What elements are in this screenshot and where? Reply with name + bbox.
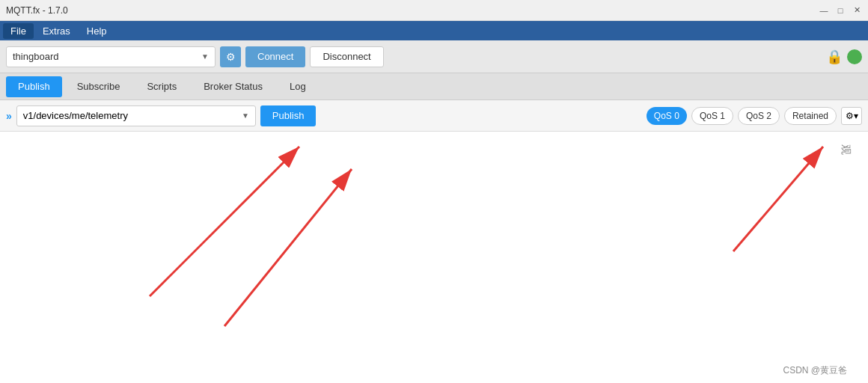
- arrows-overlay: [0, 132, 868, 383]
- tab-scripts[interactable]: Scripts: [135, 76, 189, 97]
- gear-button[interactable]: ⚙: [220, 46, 241, 67]
- menu-file[interactable]: File: [3, 23, 34, 39]
- close-button[interactable]: ✕: [852, 5, 862, 16]
- svg-line-3: [224, 169, 352, 326]
- connect-button[interactable]: Connect: [245, 46, 305, 67]
- retained-button[interactable]: Retained: [784, 107, 837, 125]
- qos1-button[interactable]: QoS 1: [691, 107, 733, 125]
- profile-dropdown-arrow: ▼: [201, 52, 209, 61]
- profile-selector[interactable]: thingboard ▼: [6, 46, 216, 67]
- menu-extras[interactable]: Extras: [35, 23, 78, 39]
- tab-subscribe[interactable]: Subscribe: [65, 76, 132, 97]
- main-content: [0, 132, 868, 383]
- publish-button[interactable]: Publish: [260, 105, 317, 126]
- app-title: MQTT.fx - 1.7.0: [6, 5, 68, 16]
- topic-bar: » v1/devices/me/telemetry ▼ Publish QoS …: [0, 100, 868, 132]
- connection-status-dot: [847, 49, 862, 64]
- qos0-button[interactable]: QoS 0: [647, 107, 687, 125]
- maximize-button[interactable]: □: [835, 5, 846, 16]
- menu-help[interactable]: Help: [79, 23, 114, 39]
- tab-publish[interactable]: Publish: [6, 76, 62, 97]
- tab-broker-status[interactable]: Broker Status: [192, 76, 275, 97]
- topic-selector[interactable]: v1/devices/me/telemetry ▼: [16, 105, 256, 126]
- lock-icon: 🔒: [826, 49, 843, 65]
- tab-log[interactable]: Log: [278, 76, 318, 97]
- svg-line-2: [150, 147, 299, 296]
- minimize-button[interactable]: —: [819, 5, 829, 16]
- topic-settings-button[interactable]: ⚙▾: [841, 107, 862, 125]
- tabs-bar: Publish Subscribe Scripts Broker Status …: [0, 73, 868, 100]
- svg-line-5: [733, 147, 823, 251]
- menu-bar: File Extras Help: [0, 21, 868, 40]
- expand-arrow-icon[interactable]: »: [6, 110, 12, 122]
- topic-value: v1/devices/me/telemetry: [23, 110, 128, 121]
- connection-bar: thingboard ▼ ⚙ Connect Disconnect 🔒: [0, 40, 868, 73]
- window-controls: — □ ✕: [819, 5, 862, 16]
- profile-name: thingboard: [13, 51, 58, 62]
- topic-dropdown-arrow: ▼: [242, 111, 249, 120]
- title-bar: MQTT.fx - 1.7.0 — □ ✕: [0, 0, 868, 21]
- watermark: CSDN @黄豆爸: [783, 364, 847, 377]
- disconnect-button[interactable]: Disconnect: [310, 46, 383, 67]
- qos2-button[interactable]: QoS 2: [738, 107, 780, 125]
